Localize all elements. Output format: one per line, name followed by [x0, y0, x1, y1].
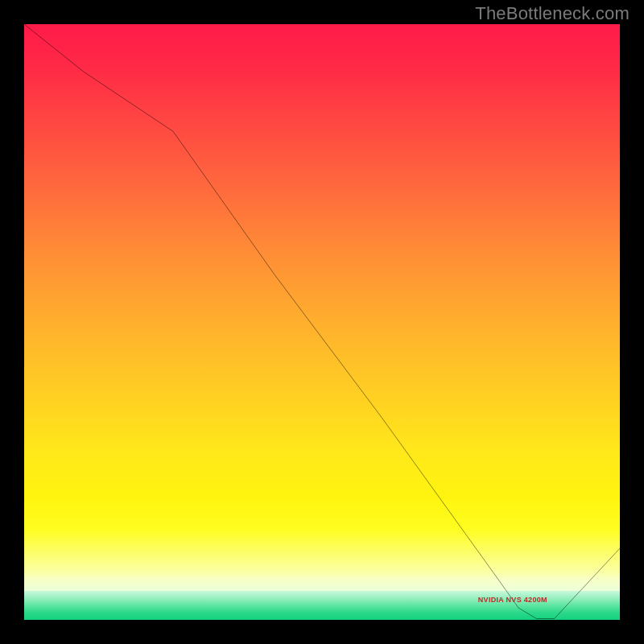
bottleneck-curve-path	[24, 24, 620, 619]
watermark-text: TheBottleneck.com	[475, 3, 630, 24]
line-series	[24, 24, 620, 620]
plot-area: NVIDIA NVS 4200M	[24, 24, 620, 620]
chart-frame: TheBottleneck.com NVIDIA NVS 4200M	[0, 0, 644, 644]
series-label: NVIDIA NVS 4200M	[478, 596, 547, 604]
